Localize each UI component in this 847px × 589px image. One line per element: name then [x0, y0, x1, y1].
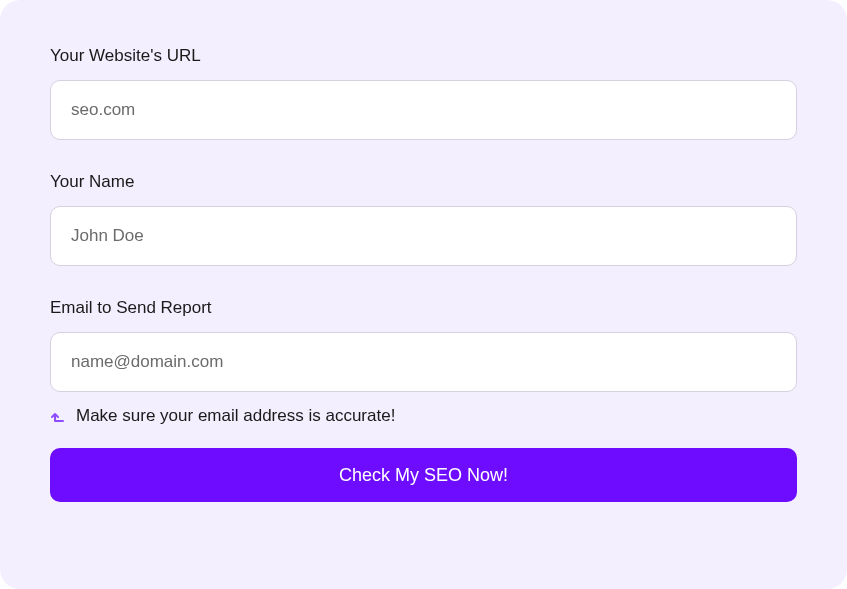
email-label: Email to Send Report	[50, 298, 797, 318]
email-helper-row: Make sure your email address is accurate…	[50, 406, 797, 426]
name-field-group: Your Name	[50, 172, 797, 266]
name-input[interactable]	[50, 206, 797, 266]
submit-button[interactable]: Check My SEO Now!	[50, 448, 797, 502]
email-input[interactable]	[50, 332, 797, 392]
arrow-up-icon	[50, 408, 66, 424]
seo-check-form: Your Website's URL Your Name Email to Se…	[0, 0, 847, 589]
url-input[interactable]	[50, 80, 797, 140]
email-field-group: Email to Send Report Make sure your emai…	[50, 298, 797, 426]
url-label: Your Website's URL	[50, 46, 797, 66]
name-label: Your Name	[50, 172, 797, 192]
email-helper-text: Make sure your email address is accurate…	[76, 406, 395, 426]
url-field-group: Your Website's URL	[50, 46, 797, 140]
